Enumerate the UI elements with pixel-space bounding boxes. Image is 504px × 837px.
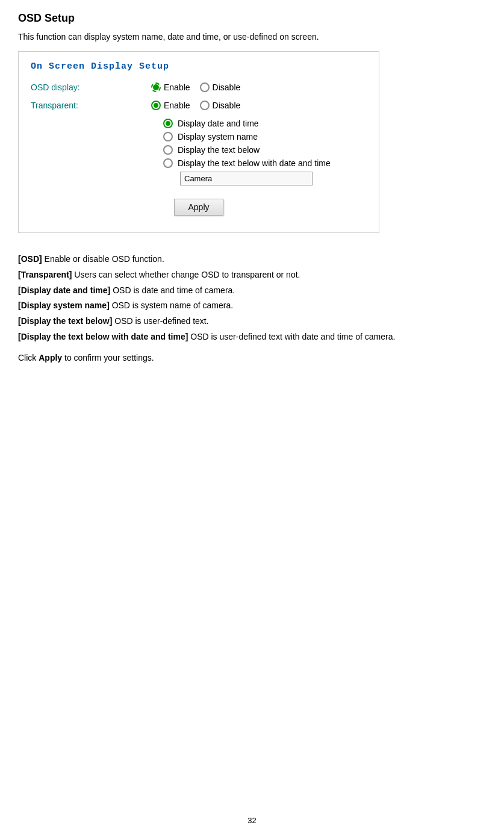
sub-option-3-radio[interactable] bbox=[163, 145, 173, 155]
desc-transparent-key: [Transparent] bbox=[18, 270, 72, 279]
description-section: [OSD] Enable or disable OSD function. [T… bbox=[18, 252, 486, 344]
desc-date-time-text: OSD is date and time of camera. bbox=[113, 285, 235, 295]
transparent-enable-option[interactable]: Enable bbox=[151, 101, 190, 110]
transparent-enable-radio[interactable] bbox=[151, 101, 161, 110]
osd-display-label: OSD display: bbox=[31, 82, 151, 92]
desc-transparent-text: Users can select whether change OSD to t… bbox=[74, 270, 300, 279]
sub-option-1[interactable]: Display date and time bbox=[163, 119, 367, 128]
osd-display-enable-option[interactable]: Enable bbox=[151, 82, 190, 92]
osd-box-title: On Screen Display Setup bbox=[31, 61, 367, 72]
sub-option-1-label: Display date and time bbox=[178, 119, 259, 128]
sub-option-4[interactable]: Display the text below with date and tim… bbox=[163, 158, 367, 168]
osd-setup-box: On Screen Display Setup OSD display: Ena… bbox=[18, 51, 379, 233]
osd-display-row: OSD display: Enable Disable bbox=[31, 82, 367, 92]
osd-display-disable-label: Disable bbox=[213, 82, 241, 92]
page-title: OSD Setup bbox=[18, 12, 486, 25]
transparent-label: Transparent: bbox=[31, 101, 151, 110]
osd-display-disable-radio[interactable] bbox=[200, 82, 210, 92]
desc-system-name: [Display system name] OSD is system name… bbox=[18, 299, 486, 313]
desc-transparent: [Transparent] Users can select whether c… bbox=[18, 268, 486, 282]
sub-option-3-label: Display the text below bbox=[178, 145, 260, 155]
desc-system-name-text: OSD is system name of camera. bbox=[112, 300, 234, 310]
desc-text-below: [Display the text below] OSD is user-def… bbox=[18, 314, 486, 329]
click-apply-bold: Apply bbox=[39, 353, 62, 362]
custom-text-input[interactable] bbox=[180, 172, 313, 185]
desc-osd-key: [OSD] bbox=[18, 254, 42, 264]
transparent-disable-label: Disable bbox=[213, 101, 241, 110]
intro-text: This function can display system name, d… bbox=[18, 32, 486, 42]
click-apply-text: Click Apply to confirm your settings. bbox=[18, 353, 486, 362]
osd-display-enable-label: Enable bbox=[164, 82, 190, 92]
sub-option-3[interactable]: Display the text below bbox=[163, 145, 367, 155]
osd-display-enable-radio[interactable] bbox=[151, 82, 161, 92]
transparent-enable-label: Enable bbox=[164, 101, 190, 110]
desc-date-time: [Display date and time] OSD is date and … bbox=[18, 284, 486, 298]
sub-option-2-radio[interactable] bbox=[163, 132, 173, 142]
desc-text-below-key: [Display the text below] bbox=[18, 316, 112, 326]
transparent-radio-group: Enable Disable bbox=[151, 101, 240, 110]
desc-osd: [OSD] Enable or disable OSD function. bbox=[18, 252, 486, 267]
desc-text-below-text: OSD is user-defined text. bbox=[114, 316, 208, 326]
apply-button[interactable]: Apply bbox=[174, 199, 223, 216]
transparent-disable-option[interactable]: Disable bbox=[200, 101, 241, 110]
transparent-disable-radio[interactable] bbox=[200, 101, 210, 110]
desc-date-time-key: [Display date and time] bbox=[18, 285, 110, 295]
apply-row: Apply bbox=[31, 199, 367, 216]
transparent-row: Transparent: Enable Disable bbox=[31, 101, 367, 110]
osd-display-disable-option[interactable]: Disable bbox=[200, 82, 241, 92]
desc-text-below-datetime-key: [Display the text below with date and ti… bbox=[18, 332, 188, 341]
osd-display-radio-group: Enable Disable bbox=[151, 82, 240, 92]
desc-text-below-datetime-text: OSD is user-defined text with date and t… bbox=[190, 332, 395, 341]
sub-options-group: Display date and time Display system nam… bbox=[163, 119, 367, 190]
page-number: 32 bbox=[247, 816, 256, 825]
desc-osd-text: Enable or disable OSD function. bbox=[45, 254, 164, 264]
desc-system-name-key: [Display system name] bbox=[18, 300, 110, 310]
sub-option-4-label: Display the text below with date and tim… bbox=[178, 158, 331, 168]
sub-option-2-label: Display system name bbox=[178, 132, 258, 142]
sub-option-2[interactable]: Display system name bbox=[163, 132, 367, 142]
sub-option-1-radio[interactable] bbox=[163, 119, 173, 128]
desc-text-below-datetime: [Display the text below with date and ti… bbox=[18, 330, 486, 344]
sub-option-4-radio[interactable] bbox=[163, 158, 173, 168]
